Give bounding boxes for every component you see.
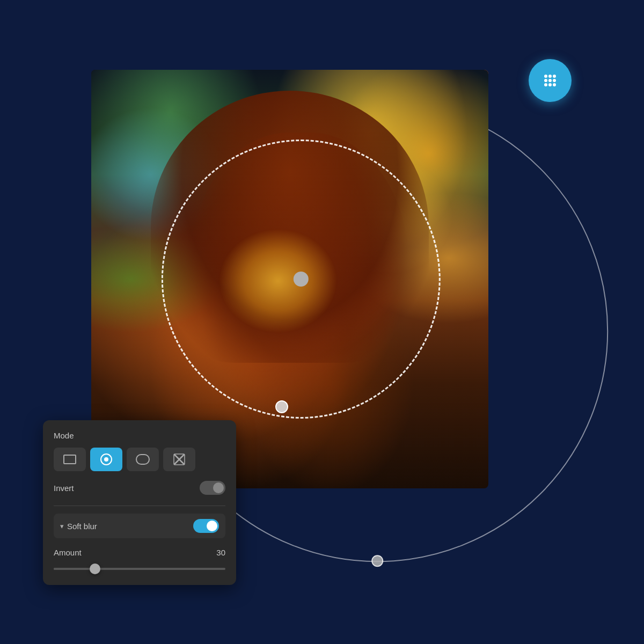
svg-rect-9	[64, 455, 76, 464]
invert-row: Invert	[54, 481, 225, 495]
svg-point-11	[104, 457, 108, 462]
svg-point-0	[544, 75, 547, 78]
svg-point-8	[553, 83, 556, 86]
svg-point-1	[548, 75, 552, 78]
svg-point-3	[544, 79, 547, 82]
divider-1	[54, 506, 225, 506]
control-panel: Mode	[43, 420, 236, 585]
amount-slider-track	[54, 568, 225, 570]
amount-value: 30	[216, 548, 225, 557]
mode-button-soft[interactable]	[127, 448, 159, 471]
svg-point-7	[548, 83, 552, 86]
mode-section-label: Mode	[54, 431, 225, 440]
svg-point-6	[544, 83, 547, 86]
radial-tool-button[interactable]	[529, 59, 572, 102]
soft-blur-chevron[interactable]: ▾	[60, 522, 64, 530]
amount-slider-container[interactable]	[54, 564, 225, 574]
amount-label: Amount	[54, 548, 82, 557]
mode-buttons-row	[54, 448, 225, 471]
radial-tool-icon	[538, 69, 562, 92]
mode-button-rect[interactable]	[54, 448, 86, 471]
soft-blur-text: Soft blur	[67, 522, 97, 531]
amount-row: Amount 30	[54, 548, 225, 557]
amount-slider-thumb[interactable]	[90, 564, 100, 574]
soft-blur-row: ▾ Soft blur	[54, 514, 225, 538]
mode-button-radial[interactable]	[90, 448, 122, 471]
svg-point-2	[553, 75, 556, 78]
glitter-layer	[218, 229, 338, 333]
outer-circle-handle[interactable]	[371, 555, 383, 567]
mode-button-erase[interactable]	[163, 448, 195, 471]
radial-bottom-handle[interactable]	[275, 400, 288, 413]
svg-point-4	[548, 79, 552, 82]
svg-rect-12	[136, 455, 149, 464]
soft-blur-toggle[interactable]	[193, 519, 219, 533]
soft-blur-toggle-knob	[207, 521, 217, 531]
invert-toggle-knob	[213, 482, 224, 493]
invert-toggle[interactable]	[200, 481, 225, 495]
soft-blur-label: ▾ Soft blur	[60, 522, 97, 531]
main-scene: Mode	[27, 27, 617, 617]
svg-point-5	[553, 79, 556, 82]
invert-label: Invert	[54, 484, 74, 493]
